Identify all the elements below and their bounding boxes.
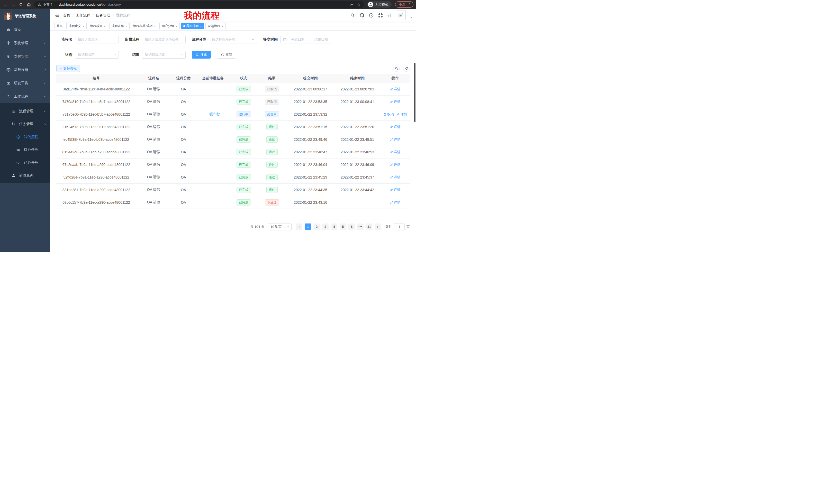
detail-button[interactable]: 详情 bbox=[390, 175, 400, 179]
yen-icon: ¥ bbox=[6, 54, 10, 59]
submit-time-range-picker[interactable]: 开始日期 - 结束日期 bbox=[280, 36, 333, 44]
close-tab-icon[interactable] bbox=[154, 24, 156, 28]
breadcrumb-home[interactable]: 首页 bbox=[63, 13, 76, 18]
detail-button[interactable]: 详情 bbox=[390, 150, 400, 155]
page-button-3[interactable]: 3 bbox=[322, 223, 329, 230]
browser-home-icon[interactable] bbox=[26, 2, 32, 8]
sidebar-item-todo-tasks[interactable]: 待办任务 bbox=[0, 143, 50, 156]
browser-menu-icon[interactable]: ⋮ bbox=[408, 3, 411, 6]
page-button-11[interactable]: 11 bbox=[366, 223, 372, 230]
detail-button[interactable]: 详情 bbox=[390, 100, 400, 104]
process-name-input[interactable] bbox=[75, 36, 119, 44]
close-tab-icon[interactable] bbox=[125, 24, 127, 28]
incognito-icon bbox=[368, 2, 373, 7]
result-select[interactable]: 请选择流结果 bbox=[142, 51, 186, 59]
browser-nav-buttons: ← → bbox=[3, 2, 32, 8]
sidebar-item-label: 基础设施 bbox=[14, 67, 28, 72]
status-select[interactable]: 请选择状态 bbox=[75, 51, 119, 59]
page-button-5[interactable]: 5 bbox=[340, 223, 346, 230]
sidebar-item-dev-tools[interactable]: 研发工具 bbox=[0, 77, 50, 90]
main-area: 首页 工作流程 任务管理 我的流程 ? тT bbox=[50, 9, 416, 252]
detail-button[interactable]: 详情 bbox=[390, 87, 400, 91]
tags-view: 首页 流程定义 流程模型 流程表单 流程表单-编辑 用户分组 我的流程 发起流程 bbox=[50, 22, 416, 31]
search-button[interactable]: 搜索 bbox=[192, 51, 211, 59]
status-badge: 已完成 bbox=[237, 124, 251, 130]
detail-button[interactable]: 详情 bbox=[390, 137, 400, 142]
reset-button[interactable]: 重置 bbox=[217, 51, 236, 59]
tab-process-form-edit[interactable]: 流程表单-编辑 bbox=[131, 23, 158, 29]
sidebar-item-done-tasks[interactable]: 已办任务 bbox=[0, 156, 50, 169]
close-tab-icon[interactable] bbox=[200, 24, 202, 28]
browser-forward-icon[interactable]: → bbox=[10, 2, 17, 8]
sidebar-item-workflow[interactable]: 工作流程 bbox=[0, 90, 50, 103]
status-badge: 已完成 bbox=[237, 174, 251, 180]
tab-my-process[interactable]: 我的流程 bbox=[181, 23, 204, 29]
next-page-button[interactable]: › bbox=[374, 223, 381, 230]
close-tab-icon[interactable] bbox=[175, 24, 177, 28]
create-process-button[interactable]: + 发起流程 bbox=[56, 65, 80, 72]
page-button-1[interactable]: 1 bbox=[305, 223, 311, 230]
sidebar-item-infrastructure[interactable]: 基础设施 bbox=[0, 63, 50, 77]
prev-page-button[interactable]: ‹ bbox=[296, 223, 302, 230]
sidebar-item-home[interactable]: 首页 bbox=[0, 23, 50, 36]
header-search-icon[interactable] bbox=[350, 13, 355, 18]
sidebar-item-task-management[interactable]: 任务管理 bbox=[0, 118, 50, 131]
browser-reload-icon[interactable] bbox=[18, 2, 24, 8]
sidebar-item-my-process[interactable]: 我的流程 bbox=[0, 131, 50, 143]
category-select[interactable]: 请选择流程分类 bbox=[209, 36, 257, 44]
search-icon bbox=[196, 53, 199, 57]
browser-update-button[interactable]: 更新 ⋮ bbox=[395, 1, 413, 8]
detail-button[interactable]: 详情 bbox=[390, 124, 400, 129]
table-row: 2152467e-7b9b-11ec-9a1b-acde48001122 OA … bbox=[56, 120, 410, 133]
not-secure-warning-icon[interactable] bbox=[37, 3, 41, 6]
tab-user-group[interactable]: 用户分组 bbox=[159, 23, 180, 29]
app-logo[interactable]: 芋道管理系统 bbox=[0, 9, 50, 23]
cancel-button[interactable]: 取消 bbox=[383, 112, 394, 117]
sidebar-item-label: 首页 bbox=[14, 27, 21, 32]
sidebar-toggle-icon[interactable] bbox=[54, 13, 59, 18]
close-tab-icon[interactable] bbox=[82, 24, 84, 28]
current-task-link: 一级审批 bbox=[206, 112, 220, 117]
font-size-icon[interactable]: тT bbox=[387, 13, 391, 18]
browser-back-icon[interactable]: ← bbox=[3, 2, 9, 8]
address-bar[interactable]: 不安全 dashboard.yudao.iocoder.cn /bpm/task… bbox=[34, 1, 364, 8]
avatar-caret-icon[interactable]: ▾ bbox=[410, 16, 412, 19]
page-button-6[interactable]: 6 bbox=[348, 223, 355, 230]
close-tab-icon[interactable] bbox=[104, 24, 106, 28]
navbar-actions: ? тT ▾ bbox=[350, 10, 412, 20]
bookmark-star-icon[interactable]: ☆ bbox=[357, 3, 361, 6]
refresh-table-button[interactable] bbox=[403, 65, 410, 72]
page-ellipsis[interactable]: ••• bbox=[357, 223, 364, 230]
tab-process-form[interactable]: 流程表单 bbox=[109, 23, 130, 29]
page-button-4[interactable]: 4 bbox=[331, 223, 337, 230]
edit-icon bbox=[390, 100, 393, 103]
fullscreen-icon[interactable] bbox=[378, 13, 383, 18]
scrollbar-thumb[interactable] bbox=[414, 63, 415, 122]
sidebar-item-leave-query[interactable]: 请假查询 bbox=[0, 169, 50, 182]
detail-button[interactable]: 详情 bbox=[390, 162, 400, 167]
sidebar-item-process-management[interactable]: 流程管理 bbox=[0, 105, 50, 118]
gear-icon bbox=[6, 41, 10, 45]
tab-home[interactable]: 首页 bbox=[54, 23, 65, 29]
sidebar-item-payment[interactable]: ¥ 支付管理 bbox=[0, 50, 50, 63]
password-key-icon[interactable] bbox=[349, 3, 354, 7]
detail-button[interactable]: 详情 bbox=[390, 188, 400, 192]
avatar[interactable] bbox=[396, 10, 406, 20]
tab-process-model[interactable]: 流程模型 bbox=[88, 23, 108, 29]
help-icon[interactable]: ? bbox=[369, 13, 373, 18]
page-size-select[interactable]: 10条/页 bbox=[268, 223, 291, 230]
detail-button[interactable]: 详情 bbox=[396, 112, 407, 117]
tab-start-process[interactable]: 发起流程 bbox=[205, 23, 226, 29]
trash-icon bbox=[383, 113, 386, 116]
close-tab-icon[interactable] bbox=[222, 24, 224, 28]
process-definition-input[interactable] bbox=[142, 36, 186, 44]
breadcrumb-workflow[interactable]: 工作流程 bbox=[76, 13, 96, 18]
tab-process-definition[interactable]: 流程定义 bbox=[66, 23, 87, 29]
detail-button[interactable]: 详情 bbox=[390, 200, 400, 205]
github-icon[interactable] bbox=[359, 13, 364, 18]
breadcrumb-task-management[interactable]: 任务管理 bbox=[96, 13, 116, 18]
jump-page-input[interactable] bbox=[394, 223, 405, 230]
sidebar-item-system[interactable]: 系统管理 bbox=[0, 36, 50, 50]
toggle-search-button[interactable] bbox=[393, 65, 400, 72]
page-button-2[interactable]: 2 bbox=[313, 223, 320, 230]
